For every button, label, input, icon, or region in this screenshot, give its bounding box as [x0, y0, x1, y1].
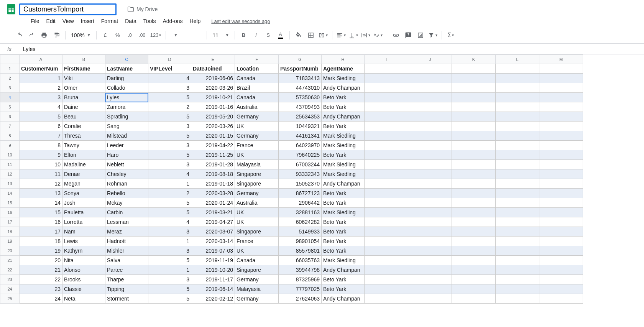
cell[interactable]: 18 — [20, 237, 62, 246]
cell[interactable]: 3 — [148, 246, 191, 256]
cell[interactable] — [408, 275, 452, 284]
cell[interactable] — [408, 141, 452, 150]
cell[interactable]: 4 — [148, 217, 191, 227]
col-header-C[interactable]: C — [105, 55, 148, 64]
cell[interactable] — [496, 189, 539, 198]
cell[interactable]: Spratling — [105, 112, 148, 122]
cell[interactable]: 5 — [148, 93, 191, 102]
cell[interactable]: 21 — [20, 265, 62, 275]
cell[interactable]: 16 — [20, 217, 62, 227]
cell[interactable]: Beto Yark — [322, 189, 365, 198]
cell[interactable] — [539, 93, 583, 102]
cell[interactable] — [496, 227, 539, 237]
cell[interactable] — [496, 284, 539, 294]
cell[interactable]: Lyles — [105, 93, 148, 102]
cell[interactable] — [496, 131, 539, 141]
cell[interactable]: Lorretta — [62, 217, 105, 227]
drive-location[interactable]: My Drive — [127, 6, 158, 13]
text-color-button[interactable]: A — [275, 30, 286, 41]
cell[interactable] — [496, 102, 539, 112]
cell[interactable] — [408, 102, 452, 112]
row-header-14[interactable]: 14 — [0, 189, 20, 198]
cell[interactable]: Neblett — [105, 160, 148, 169]
cell[interactable] — [408, 93, 452, 102]
cell[interactable]: 5 — [148, 131, 191, 141]
cell[interactable]: 87325969 — [279, 275, 322, 284]
cell[interactable] — [408, 256, 452, 265]
fill-color-button[interactable] — [293, 30, 304, 41]
cell[interactable]: Andy Champan — [322, 83, 365, 93]
cell[interactable]: 98901054 — [279, 237, 322, 246]
cell[interactable]: Canada — [235, 256, 279, 265]
col-header-H[interactable]: H — [322, 55, 365, 64]
vertical-align-button[interactable]: ▾ — [348, 30, 359, 41]
row-header-5[interactable]: 5 — [0, 102, 20, 112]
menu-add-ons[interactable]: Add-ons — [159, 16, 186, 26]
cell[interactable] — [408, 284, 452, 294]
menu-data[interactable]: Data — [122, 16, 140, 26]
cell[interactable] — [539, 74, 583, 83]
cell[interactable]: Beto Yark — [322, 122, 365, 131]
row-header-25[interactable]: 25 — [0, 294, 20, 304]
cell[interactable]: 5 — [148, 208, 191, 217]
cell[interactable]: Canada — [235, 74, 279, 83]
cell[interactable]: 4 — [148, 74, 191, 83]
cell[interactable]: 2020-03-28 — [191, 189, 235, 198]
cell[interactable] — [365, 237, 408, 246]
row-header-22[interactable]: 22 — [0, 265, 20, 275]
cell[interactable]: 10 — [20, 160, 62, 169]
cell[interactable] — [539, 102, 583, 112]
cell[interactable]: 79640225 — [279, 150, 322, 160]
col-header-K[interactable]: K — [452, 55, 496, 64]
cell[interactable] — [539, 198, 583, 208]
cell[interactable]: 4 — [148, 169, 191, 179]
header-cell[interactable]: CustomerNum — [20, 64, 62, 74]
cell[interactable]: Beto Yark — [322, 246, 365, 256]
cell[interactable] — [365, 256, 408, 265]
cell[interactable]: 5 — [148, 198, 191, 208]
header-cell[interactable]: LastName — [105, 64, 148, 74]
cell[interactable] — [365, 112, 408, 122]
cell[interactable]: Andy Champan — [322, 265, 365, 275]
cell[interactable]: Beto Yark — [322, 237, 365, 246]
cell[interactable]: Chesley — [105, 169, 148, 179]
cell[interactable]: 13 — [20, 189, 62, 198]
cell[interactable] — [496, 275, 539, 284]
cell[interactable] — [365, 102, 408, 112]
cell[interactable]: Elton — [62, 150, 105, 160]
cell[interactable] — [452, 294, 496, 304]
row-header-24[interactable]: 24 — [0, 284, 20, 294]
cell[interactable] — [539, 237, 583, 246]
cell[interactable]: 17 — [20, 227, 62, 237]
text-rotation-button[interactable]: ▾ — [372, 30, 384, 41]
percent-button[interactable]: % — [112, 30, 123, 41]
cell[interactable]: 6 — [20, 122, 62, 131]
filter-button[interactable]: ▾ — [427, 30, 439, 41]
cell[interactable]: 2019-10-21 — [191, 93, 235, 102]
cell[interactable] — [539, 64, 583, 74]
cell[interactable]: Bruna — [62, 93, 105, 102]
cell[interactable] — [408, 294, 452, 304]
menu-edit[interactable]: Edit — [43, 16, 59, 26]
font-family-select[interactable]: ▼ — [169, 33, 204, 37]
col-header-M[interactable]: M — [539, 55, 583, 64]
insert-chart-button[interactable] — [415, 30, 426, 41]
cell[interactable] — [365, 150, 408, 160]
cell[interactable]: Darling — [105, 74, 148, 83]
cell[interactable]: Mark Siedling — [322, 160, 365, 169]
cell[interactable]: Neta — [62, 294, 105, 304]
col-header-J[interactable]: J — [408, 55, 452, 64]
cell[interactable]: 2020-03-14 — [191, 237, 235, 246]
cell[interactable] — [452, 169, 496, 179]
cell[interactable] — [365, 294, 408, 304]
number-format-button[interactable]: 123▾ — [149, 30, 163, 41]
cell[interactable]: 3 — [148, 227, 191, 237]
cell[interactable] — [496, 256, 539, 265]
row-header-1[interactable]: 1 — [0, 64, 20, 74]
cell[interactable] — [452, 74, 496, 83]
cell[interactable] — [365, 284, 408, 294]
cell[interactable] — [496, 198, 539, 208]
cell[interactable]: Mark Siedling — [322, 74, 365, 83]
cell[interactable] — [452, 179, 496, 189]
undo-button[interactable] — [14, 30, 25, 41]
